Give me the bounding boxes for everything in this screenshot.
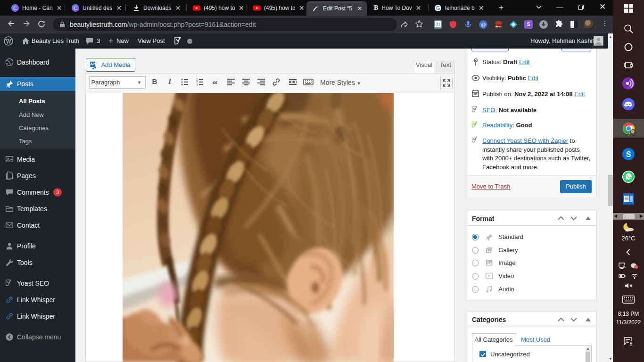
svg-text:C: C	[13, 5, 17, 11]
svg-text:C: C	[74, 5, 77, 11]
svg-text:desc: desc	[495, 25, 502, 28]
svg-text:G: G	[436, 5, 440, 11]
svg-text:8: 8	[630, 341, 633, 346]
svg-text:S: S	[626, 150, 631, 158]
svg-text:3: 3	[196, 83, 198, 87]
